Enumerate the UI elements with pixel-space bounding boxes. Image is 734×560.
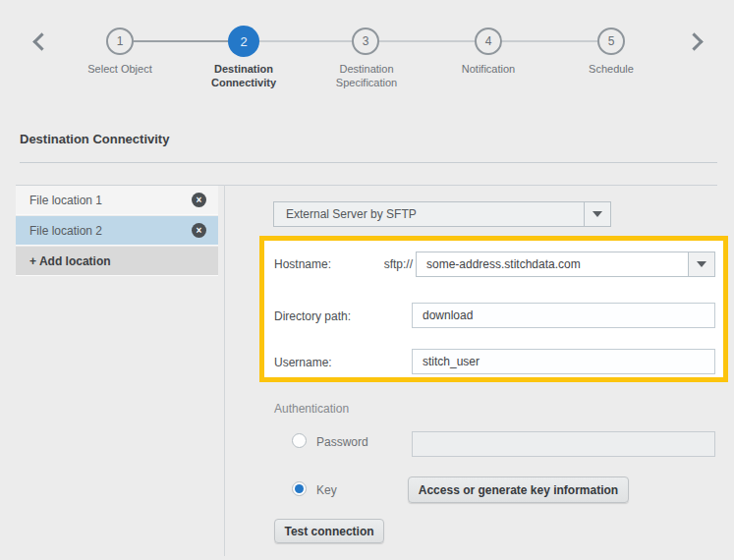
stepper-prev-icon[interactable] xyxy=(32,32,50,50)
step-2-number: 2 xyxy=(240,34,247,49)
step-connector-2-3 xyxy=(259,40,352,42)
step-3-circle[interactable]: 3 xyxy=(352,28,379,55)
authentication-label: Authentication xyxy=(274,402,349,416)
step-connector-3-4 xyxy=(379,40,475,42)
key-radio-label: Key xyxy=(316,483,337,497)
stepper-next-icon[interactable] xyxy=(685,32,703,50)
destination-type-select[interactable]: External Server by SFTP xyxy=(273,201,611,227)
panel-divider xyxy=(224,185,225,556)
chevron-down-icon[interactable] xyxy=(584,202,610,226)
step-3-label: Destination Specification xyxy=(319,62,414,89)
step-4-number: 4 xyxy=(485,34,492,48)
hostname-protocol-prefix: sftp:// xyxy=(364,257,413,271)
directory-path-label: Directory path: xyxy=(274,309,351,323)
add-location-label: + Add location xyxy=(29,254,206,268)
step-4-circle[interactable]: 4 xyxy=(475,28,502,55)
password-input[interactable] xyxy=(412,431,715,457)
hostname-input[interactable] xyxy=(417,252,688,276)
list-item-label: File location 1 xyxy=(29,194,192,207)
step-connector-1-2 xyxy=(134,40,228,42)
step-connector-4-5 xyxy=(502,40,597,42)
step-5-number: 5 xyxy=(608,34,615,48)
step-1-number: 1 xyxy=(117,34,124,48)
section-divider xyxy=(20,162,717,163)
chevron-down-icon[interactable] xyxy=(688,252,714,276)
step-2-label: Destination Connectivity xyxy=(197,62,291,89)
password-radio-label: Password xyxy=(316,435,368,449)
list-item-file-location-2[interactable]: File location 2 × xyxy=(16,216,218,246)
list-item-file-location-1[interactable]: File location 1 × xyxy=(16,186,218,215)
password-radio[interactable] xyxy=(292,433,307,448)
username-input[interactable] xyxy=(412,349,715,374)
hostname-label: Hostname: xyxy=(274,257,331,271)
step-4-label: Notification xyxy=(441,62,536,76)
step-5-circle[interactable]: 5 xyxy=(597,28,625,55)
username-label: Username: xyxy=(274,356,332,369)
test-connection-button[interactable]: Test connection xyxy=(274,519,384,543)
step-5-label: Schedule xyxy=(564,62,658,76)
step-2-circle[interactable]: 2 xyxy=(228,26,259,57)
add-location-button[interactable]: + Add location xyxy=(16,247,218,276)
remove-location-icon[interactable]: × xyxy=(192,223,206,238)
step-1-circle[interactable]: 1 xyxy=(106,28,134,55)
page-title: Destination Connectivity xyxy=(20,132,169,146)
remove-location-icon[interactable]: × xyxy=(192,193,206,207)
key-radio[interactable] xyxy=(292,481,307,496)
directory-path-input[interactable] xyxy=(412,303,715,328)
access-key-button[interactable]: Access or generate key information xyxy=(408,476,629,503)
destination-type-value: External Server by SFTP xyxy=(274,207,584,221)
hostname-combobox xyxy=(416,252,715,277)
step-1-label: Select Object xyxy=(73,62,167,76)
step-3-number: 3 xyxy=(363,34,369,48)
list-item-label: File location 2 xyxy=(29,224,192,238)
